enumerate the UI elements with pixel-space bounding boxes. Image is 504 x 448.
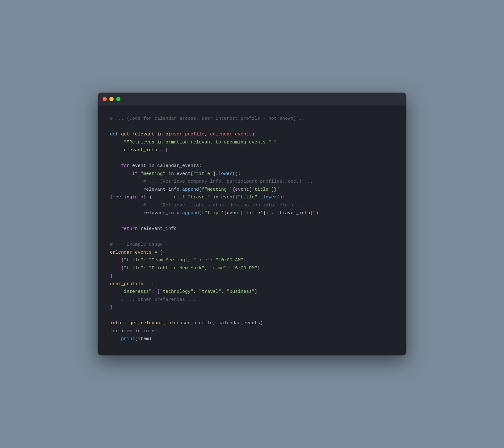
item-var: item: [121, 329, 135, 334]
docstring: """Retrieves information relevant to upc…: [121, 140, 277, 145]
paren-close1: ): [149, 195, 152, 200]
keyword-in2: in: [135, 329, 143, 334]
interests-list-open: [: [157, 289, 160, 294]
param2: calendar_events: [210, 132, 252, 137]
highlight-info: info: [132, 195, 143, 200]
comment-example: # --- Example Usage ---: [110, 242, 174, 247]
bracket4: ]}: [263, 210, 268, 216]
colon5: :: [143, 266, 149, 271]
travel-val: "travel": [199, 289, 221, 294]
relevant-info-var: relevant_info: [121, 147, 157, 153]
dict-open1: {: [121, 258, 124, 263]
time-key1: "time": [193, 258, 210, 263]
string-meeting: "meeting": [141, 171, 166, 176]
title-key6: "title": [124, 266, 143, 271]
comma3: ,: [246, 258, 249, 263]
bracket3: ].: [257, 195, 263, 200]
maximize-button[interactable]: [116, 97, 120, 101]
append-call1: (: [199, 187, 202, 192]
print-close: ): [149, 336, 152, 342]
comma2: ,: [188, 258, 193, 263]
event-title-expr2: event[: [227, 210, 243, 216]
paren-close2: ): [316, 210, 318, 216]
in-operator: in: [166, 171, 177, 176]
meeting-fstring: "Meeting ': [204, 187, 232, 192]
close-button[interactable]: [103, 97, 107, 101]
title-key3: "title": [238, 195, 257, 200]
func-call: get_relevant_info: [129, 321, 177, 326]
time-key2: "time": [210, 266, 227, 271]
print-call: (: [135, 336, 138, 342]
comma1: ,: [204, 132, 210, 137]
keyword-if: if: [132, 171, 141, 176]
quote-close2: ": [313, 210, 316, 216]
list-close: ]: [110, 273, 113, 279]
keyword-return: return: [121, 226, 141, 231]
append-method1: append: [182, 187, 199, 192]
dict-open2: {: [121, 266, 124, 271]
info-iter: info:: [143, 329, 157, 334]
titlebar: [98, 93, 406, 106]
event-title1: event[: [177, 171, 193, 176]
colon4: :: [210, 258, 216, 263]
print-arg: item: [138, 336, 149, 342]
arg2: calendar_events: [218, 321, 260, 326]
assign3: =: [143, 281, 152, 287]
title-key2: 'title': [252, 187, 271, 192]
call-args: (: [177, 321, 179, 326]
code-window: # ... (Code for calendar access, user in…: [98, 93, 406, 355]
event-title2: event[: [221, 195, 238, 200]
lower-method2: lower: [263, 195, 277, 200]
comment-prefs: # ... other preferences ...: [121, 297, 196, 302]
arg1: user_profile: [179, 321, 213, 326]
append-call2: (: [199, 210, 202, 216]
keyword-elif: elif: [174, 195, 188, 200]
info-var: info: [110, 321, 121, 326]
code-editor[interactable]: # ... (Code for calendar access, user in…: [98, 106, 406, 355]
title-key5: "title": [124, 258, 143, 263]
time-val1: "10:00 AM": [216, 258, 243, 263]
call1: ():: [232, 171, 241, 176]
fstring-f2: f: [202, 210, 204, 216]
fstring-expr2: {: [110, 195, 113, 200]
dict-close3: }: [110, 305, 113, 310]
paren-close-colon: ):: [252, 132, 257, 137]
colon-str: ':: [277, 187, 282, 192]
minimize-button[interactable]: [109, 97, 114, 101]
print-func: print: [121, 336, 135, 342]
assign4: =: [121, 321, 129, 326]
dict-close2: }: [257, 266, 260, 271]
keyword-def: def: [110, 132, 121, 137]
func-name: get_relevant_info: [121, 132, 168, 137]
keyword-for2: for: [110, 329, 121, 334]
fstring-expr4: {: [277, 210, 279, 216]
loop-var: event: [132, 163, 149, 168]
colon3: :: [143, 258, 149, 263]
fstring-expr1: {: [232, 187, 235, 192]
relevant-info3: relevant_info.: [143, 210, 182, 216]
dict-open3: {: [152, 281, 154, 287]
brace-close: }: [143, 195, 146, 200]
in-operator2: in: [210, 195, 221, 200]
colon6: :: [227, 266, 232, 271]
comment-travel: # ... (Retrieve flight status, destinati…: [143, 203, 304, 208]
keyword-for: for: [121, 163, 132, 168]
comment-meeting: # ... (Retrieve company info, participan…: [143, 179, 313, 184]
title-key4: 'title': [243, 210, 263, 216]
colon7: :: [152, 289, 157, 294]
dict-close1: }: [243, 258, 246, 263]
comment-top: # ... (Code for calendar access, user in…: [110, 116, 307, 121]
comma5: ,: [193, 289, 199, 294]
bracket2: ]}: [271, 187, 277, 192]
keyword-in: in: [149, 163, 157, 168]
paren-open: (: [168, 132, 171, 137]
param1: user_profile: [171, 132, 204, 137]
interests-list-close: ]: [254, 289, 257, 294]
string-travel: "travel": [188, 195, 210, 200]
fstring-close2: }: [310, 210, 313, 216]
quote-close1: ": [146, 195, 149, 200]
comma4: ,: [204, 266, 210, 271]
flight-val: "Flight to New York": [149, 266, 204, 271]
comma7: ,: [213, 321, 218, 326]
loop-iter: calendar_events:: [157, 163, 202, 168]
